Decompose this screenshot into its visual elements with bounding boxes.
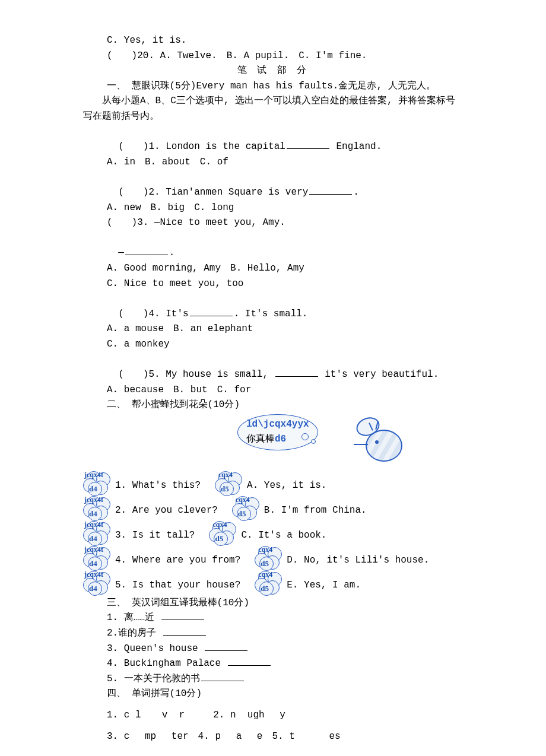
sec1-q4-opts2: C. a monkey — [107, 337, 463, 352]
sec1-q2-tail: . — [353, 187, 359, 198]
flower-icon-right: cqx4 d5 — [232, 496, 263, 519]
sec1-q4-stem: ( )4. It's — [118, 309, 188, 319]
sec3-l3-text: 3. Queen's house — [107, 643, 204, 654]
flower-left-sub: d4 — [89, 558, 97, 570]
written-part-header: 笔 试 部 分 — [83, 63, 463, 79]
blank[interactable] — [125, 255, 168, 255]
flower-left-label: jcqx4t — [84, 571, 103, 578]
blank[interactable] — [190, 316, 233, 316]
match-a3: C. It's a book. — [241, 528, 326, 544]
match-row-4: jcqx4t d4 4. Where are you from? cqx4 d5… — [83, 546, 463, 568]
blank[interactable] — [163, 635, 206, 636]
sec1-q1-tail: England. — [331, 141, 382, 152]
flower-icon-right: cqx4 d5 — [255, 546, 285, 568]
match-q1: 1. What's this? — [115, 478, 201, 494]
sec1-q4-tail: . It's small. — [234, 309, 308, 319]
blank[interactable] — [161, 620, 204, 620]
top-line-c: C. Yes, it is. — [107, 33, 463, 49]
sec1-instr: 从每小题A、B、C三个选项中, 选出一个可以填入空白处的最佳答案, 并将答案标号… — [83, 94, 463, 124]
sec1-q2: ( )2. Tian'anmen Square is very. — [107, 170, 463, 200]
sec3-l1-text: 1. 离……近 — [107, 612, 160, 623]
blank[interactable] — [201, 681, 244, 681]
sec1-q2-opts: A. new B. big C. long — [107, 201, 463, 216]
sec3-l2: 2.谁的房子 — [107, 626, 463, 641]
sec1-q3-dash: — — [118, 247, 124, 258]
match-a5: E. Yes, I am. — [287, 578, 361, 593]
sec3-l2-text: 2.谁的房子 — [107, 628, 162, 639]
sec4-title: 四、 单词拼写(10分) — [107, 687, 463, 702]
bubble-tail-icon — [311, 439, 316, 444]
sec1-q5: ( )5. My house is small, it's very beaut… — [107, 352, 463, 382]
match-a2: B. I'm from China. — [264, 503, 367, 519]
sec1-q1-stem: ( )1. London is the capital — [118, 141, 285, 152]
flower-icon-left: jcqx4t d4 — [83, 496, 114, 519]
sec3-l4: 4. Buckingham Palace — [107, 656, 463, 672]
sec4-l3: 6. Big Ben is very (著名的). — [107, 744, 463, 756]
sec1-q5-opts: A. because B. but C. for — [107, 383, 463, 398]
bubble-tail-icon — [301, 433, 309, 440]
speech-bubble: ld\jcqx4yyx 你真棒d6 — [237, 414, 318, 450]
sec2-title: 二、 帮小蜜蜂找到花朵(10分) — [107, 398, 463, 413]
match-row-1: jcqx4t d4 1. What's this? cqx4 d5 A. Yes… — [83, 471, 463, 494]
sec1-q3-reply: —. — [107, 231, 463, 261]
sec1-q1-opt-text: A. in B. about C. of — [107, 157, 228, 167]
match-q3: 3. Is it tall? — [115, 528, 195, 544]
flower-left-label: jcqx4t — [84, 496, 103, 503]
match-q2: 2. Are you clever? — [115, 503, 218, 519]
flower-right-sub: d5 — [261, 558, 269, 570]
flower-right-sub: d5 — [221, 483, 229, 495]
sec1-q2-stem: ( )2. Tian'anmen Square is very — [118, 187, 308, 198]
blank[interactable] — [287, 148, 329, 149]
bee-eye-icon — [375, 440, 379, 444]
flower-left-sub: d4 — [89, 583, 97, 595]
blank[interactable] — [205, 650, 247, 651]
flower-right-sub: d5 — [261, 583, 269, 595]
flower-right-label: cqx4 — [218, 471, 233, 478]
flower-right-label: cqx4 — [236, 496, 250, 503]
sec1-q3-opts2: C. Nice to meet you, too — [107, 277, 463, 292]
flower-right-label: cqx4 — [212, 521, 227, 528]
sec3-l3: 3. Queen's house — [107, 641, 463, 657]
sec1-q3-opts1: A. Good morning, Amy B. Hello, Amy — [107, 261, 463, 277]
flower-icon-left: jcqx4t d4 — [83, 471, 114, 494]
flower-right-sub: d5 — [238, 508, 246, 520]
bubble-top-label: ld\jcqx4yyx — [246, 419, 309, 430]
sec1-q5-tail: it's very beautiful. — [319, 369, 439, 380]
sec4-l2: 3. c mp ter 4. p a e 5. t es — [107, 729, 463, 745]
match-row-3: jcqx4t d4 3. Is it tall? cqx4 d5 C. It's… — [83, 521, 463, 544]
flower-left-sub: d4 — [89, 533, 97, 545]
match-row-5: jcqx4t d4 5. Is that your house? cqx4 d5… — [83, 571, 463, 593]
sec3-l5: 5. 一本关于伦敦的书 — [107, 672, 463, 687]
flower-icon-left: jcqx4t d4 — [83, 521, 114, 544]
flower-left-label: jcqx4t — [84, 471, 103, 478]
sec3-l1: 1. 离……近 — [107, 611, 463, 626]
sec1-q4: ( )4. It's. It's small. — [107, 291, 463, 322]
top-line-20: ( )20. A. Twelve. B. A pupil. C. I'm fin… — [107, 49, 463, 64]
sec1-title: 一、 慧眼识珠(5分)Every man has his faults.金无足赤… — [107, 79, 463, 94]
sec1-q3: ( )3. —Nice to meet you, Amy. — [107, 215, 463, 231]
blank[interactable] — [309, 194, 352, 195]
sec1-q5-stem: ( )5. My house is small, — [118, 369, 274, 380]
bubble-chinese: 你真棒 — [246, 434, 275, 444]
sec3-l5-text: 5. 一本关于伦敦的书 — [107, 674, 200, 684]
flower-left-label: jcqx4t — [84, 546, 103, 553]
sec1-q4-opts1: A. a mouse B. an elephant — [107, 322, 463, 337]
flower-icon-right: cqx4 d5 — [209, 521, 240, 544]
flower-icon-left: jcqx4t d4 — [83, 546, 114, 568]
blank[interactable] — [275, 376, 318, 377]
sec1-q1-opts: A. in B. about C. of — [107, 155, 463, 170]
flower-right-label: cqx4 — [258, 546, 272, 553]
bee-hand-icon — [354, 444, 368, 445]
match-row-2: jcqx4t d4 2. Are you clever? cqx4 d5 B. … — [83, 496, 463, 519]
bubble-suffix: d6 — [275, 434, 286, 444]
flower-left-sub: d4 — [89, 508, 97, 520]
flower-right-sub: d5 — [215, 533, 223, 545]
sec1-q1: ( )1. London is the capital England. — [107, 125, 463, 155]
match-q5: 5. Is that your house? — [115, 578, 240, 593]
sec3-title: 三、 英汉词组互译我最棒(10分) — [107, 596, 463, 611]
bee-body-icon — [366, 430, 402, 462]
blank[interactable] — [228, 665, 271, 666]
flower-left-sub: d4 — [89, 483, 97, 495]
flower-icon-left: jcqx4t d4 — [83, 571, 114, 593]
match-q4: 4. Where are you from? — [115, 553, 240, 568]
